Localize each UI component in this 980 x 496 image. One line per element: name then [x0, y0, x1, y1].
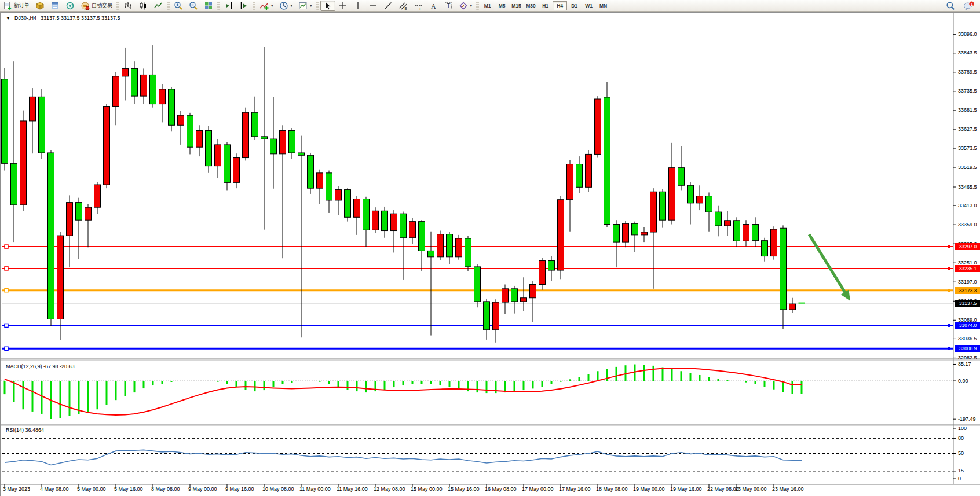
candle-body [335, 190, 342, 200]
rsi-line [5, 450, 802, 465]
line-handle[interactable] [948, 289, 950, 292]
bar-chart-button[interactable] [120, 1, 136, 11]
candle-body [697, 196, 703, 203]
candle-body [308, 155, 314, 188]
time-axis-label: 8 May 08:00 [151, 486, 180, 492]
arrows-icon [459, 1, 468, 10]
fibonacci-button[interactable]: F [411, 1, 426, 11]
line-handle[interactable] [5, 245, 8, 248]
arrows-button[interactable]: ▾ [456, 1, 476, 11]
candle-body [447, 234, 453, 257]
candle-body [437, 234, 444, 257]
price-tag: 33235.1 [955, 265, 980, 272]
timeframe-mn-button[interactable]: MN [596, 1, 610, 10]
label-button[interactable]: T [441, 1, 456, 11]
indicators-button[interactable]: ▾ [257, 1, 276, 11]
line-handle[interactable] [5, 267, 8, 270]
candle-body [428, 251, 434, 256]
chart-canvas[interactable] [1, 13, 980, 496]
macd-axis-value: 0.00 [958, 378, 980, 384]
cursor-button[interactable] [320, 1, 335, 11]
zoom-out-icon [189, 1, 198, 10]
candle-body [669, 168, 675, 221]
timeframe-m5-button[interactable]: M5 [495, 1, 509, 10]
templates-button[interactable]: ▾ [295, 1, 315, 11]
zoom-in-button[interactable] [171, 1, 186, 11]
hline-icon [368, 1, 378, 10]
candle-body [391, 214, 397, 230]
timeframe-w1-button[interactable]: W1 [582, 1, 596, 10]
candle-body [743, 225, 749, 241]
line-handle[interactable] [948, 267, 950, 270]
chevron-down-icon[interactable]: ▾ [291, 3, 293, 8]
chevron-down-icon[interactable]: ▾ [310, 3, 312, 8]
candle-body [363, 199, 370, 230]
candle-body [567, 164, 573, 200]
candle-body [576, 164, 583, 188]
signals-button[interactable] [63, 1, 78, 11]
label-icon: T [444, 1, 453, 10]
timeframe-m30-button[interactable]: M30 [524, 1, 538, 10]
line-handle[interactable] [948, 245, 950, 248]
time-axis-label: 9 May 16:00 [225, 486, 254, 492]
candle-body [456, 238, 462, 257]
text-button[interactable]: A [426, 1, 441, 11]
price-tag: 33137.5 [955, 300, 980, 307]
candle-body [85, 207, 92, 220]
candle-body [484, 302, 490, 330]
search-icon[interactable] [943, 1, 958, 11]
trendline-button[interactable] [381, 1, 396, 11]
line-chart-button[interactable] [151, 1, 166, 11]
profiles-button[interactable] [32, 1, 47, 11]
timeframe-d1-button[interactable]: D1 [567, 1, 582, 10]
timeframe-m1-button[interactable]: M1 [480, 1, 495, 10]
candle-body [372, 211, 379, 230]
chevron-down-icon[interactable]: ▾ [470, 3, 473, 8]
price-axis-value: 33465.5 [958, 184, 980, 190]
chart-shift-button[interactable] [236, 1, 251, 11]
line-handle[interactable] [948, 347, 950, 350]
chat-icon[interactable]: 1 [960, 1, 978, 11]
auto-trading-button[interactable]: 自动交易 [78, 1, 115, 11]
tile-windows-button[interactable] [201, 1, 216, 11]
candle-body [159, 89, 166, 104]
candle-body [465, 238, 471, 267]
vline-button[interactable] [350, 1, 365, 11]
auto-trading-icon [81, 1, 90, 10]
zoom-out-button[interactable] [186, 1, 201, 11]
timeframe-h4-button[interactable]: H4 [553, 1, 567, 10]
candle-body [215, 145, 221, 166]
line-handle[interactable] [5, 347, 8, 350]
price-axis-value: 33519.5 [958, 164, 980, 170]
time-axis-label: 15 May 00:00 [411, 486, 443, 492]
price-axis-value: 33843.5 [958, 50, 980, 56]
line-chart-icon [153, 1, 163, 10]
market-watch-button[interactable] [47, 1, 63, 11]
line-handle[interactable] [5, 289, 8, 292]
chart-window[interactable]: ▼ DJ30-,H4 33137.5 33137.5 33137.5 33137… [0, 12, 980, 496]
chevron-down-icon[interactable]: ▾ [271, 3, 273, 8]
channel-button[interactable]: E [396, 1, 411, 11]
auto-scroll-button[interactable] [221, 1, 236, 11]
hline-button[interactable] [365, 1, 381, 11]
line-handle[interactable] [948, 324, 950, 327]
candle-body [270, 139, 277, 154]
crosshair-button[interactable] [335, 1, 350, 11]
price-tag: 33173.3 [955, 287, 980, 294]
mt4-window: +新订单自动交易▾▾▾EFAT▾M1M5M15M30H1H4D1W1MN1 ▼ … [0, 0, 980, 496]
price-axis-value: 33036.5 [958, 336, 980, 341]
new-order-button[interactable]: +新订单 [0, 1, 32, 11]
candle-chart-button[interactable] [136, 1, 151, 11]
line-handle[interactable] [5, 324, 8, 327]
candle-body [548, 261, 555, 271]
timeframe-m15-button[interactable]: M15 [509, 1, 524, 10]
periods-button[interactable]: ▾ [276, 1, 296, 11]
candle-body [317, 173, 323, 188]
trend-arrow[interactable] [809, 234, 846, 294]
timeframe-h1-button[interactable]: H1 [538, 1, 553, 10]
candle-body [94, 185, 101, 207]
templates-icon [298, 1, 308, 10]
time-axis-label: 5 May 16:00 [114, 486, 143, 492]
candle-body [233, 158, 240, 183]
time-axis-label: 19 May 00:00 [633, 486, 665, 492]
